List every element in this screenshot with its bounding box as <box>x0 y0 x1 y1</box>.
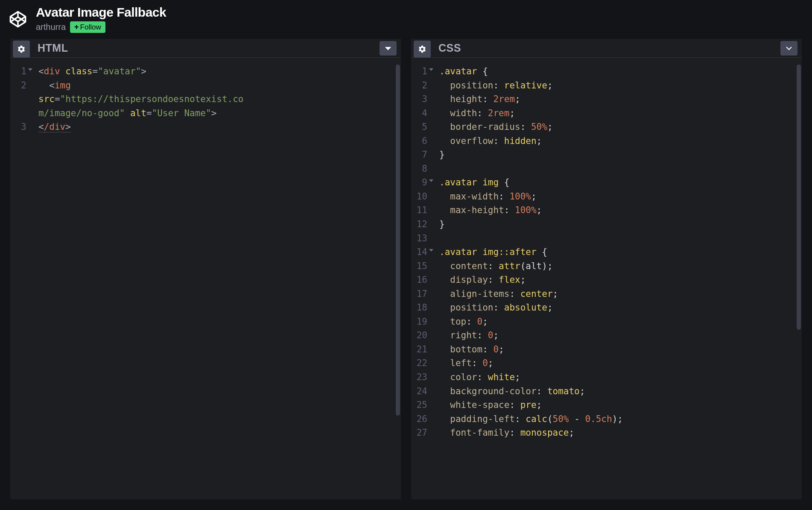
code-content[interactable]: width: 2rem; <box>433 106 515 120</box>
code-content[interactable]: overflow: hidden; <box>433 134 542 148</box>
fold-icon[interactable] <box>429 249 433 252</box>
line-number: 18 <box>411 301 433 315</box>
code-content[interactable]: font-family: monospace; <box>433 426 574 440</box>
code-content[interactable]: <img <box>32 79 76 93</box>
code-line[interactable]: 14.avatar img::after { <box>411 245 802 259</box>
code-content[interactable]: border-radius: 50%; <box>433 120 553 134</box>
code-line[interactable]: 12} <box>411 217 802 232</box>
code-line[interactable]: 1<div class="avatar"> <box>10 64 401 79</box>
code-line[interactable]: 15 content: attr(alt); <box>411 259 802 273</box>
code-content[interactable]: position: relative; <box>433 79 553 93</box>
code-line[interactable]: 17 align-items: center; <box>411 287 802 301</box>
code-line[interactable]: 2 <img <box>10 79 401 93</box>
code-line[interactable]: 10 max-width: 100%; <box>411 190 802 204</box>
code-content[interactable] <box>433 232 445 246</box>
html-scrollbar[interactable] <box>396 64 400 492</box>
code-line[interactable]: 3 height: 2rem; <box>411 92 802 106</box>
code-content[interactable]: } <box>433 217 445 232</box>
code-line[interactable]: 23 color: white; <box>411 370 802 384</box>
code-line[interactable]: 13 <box>411 232 802 246</box>
codepen-logo-icon[interactable] <box>8 9 28 29</box>
code-content[interactable]: white-space: pre; <box>433 398 542 412</box>
line-number <box>10 92 32 106</box>
code-content[interactable] <box>433 162 445 176</box>
code-line[interactable]: src="https://thispersondoesnotexist.co <box>10 92 401 106</box>
code-content[interactable]: content: attr(alt); <box>433 259 553 273</box>
line-number: 4 <box>411 106 433 120</box>
fold-icon[interactable] <box>429 68 433 71</box>
code-content[interactable]: .avatar { <box>433 64 488 79</box>
chevron-down-icon <box>385 46 391 50</box>
code-line[interactable]: 7} <box>411 148 802 162</box>
line-number: 5 <box>411 120 433 134</box>
code-content[interactable]: right: 0; <box>433 328 499 343</box>
line-number: 12 <box>411 217 433 232</box>
code-line[interactable]: 16 display: flex; <box>411 273 802 287</box>
code-content[interactable]: color: white; <box>433 370 520 384</box>
code-line[interactable]: 19 top: 0; <box>411 315 802 329</box>
code-line[interactable]: 27 font-family: monospace; <box>411 426 802 440</box>
code-content[interactable]: top: 0; <box>433 315 488 329</box>
code-line[interactable]: 25 white-space: pre; <box>411 398 802 412</box>
code-content[interactable]: <div class="avatar"> <box>32 64 146 79</box>
code-content[interactable]: .avatar img::after { <box>433 245 547 259</box>
html-editor[interactable]: 1<div class="avatar">2 <img src="https:/… <box>10 58 401 499</box>
code-content[interactable]: bottom: 0; <box>433 343 504 357</box>
code-content[interactable]: align-items: center; <box>433 287 558 301</box>
title-block: Avatar Image Fallback arthurra + Follow <box>36 5 166 33</box>
line-number: 17 <box>411 287 433 301</box>
code-line[interactable]: 11 max-height: 100%; <box>411 203 802 217</box>
html-panel-title: HTML <box>38 42 68 54</box>
line-number: 22 <box>411 356 433 370</box>
line-number <box>10 106 32 120</box>
code-content[interactable]: height: 2rem; <box>433 92 520 106</box>
follow-button[interactable]: + Follow <box>70 21 105 33</box>
code-line[interactable]: 20 right: 0; <box>411 328 802 343</box>
code-line[interactable]: 1.avatar { <box>411 64 802 79</box>
fold-icon[interactable] <box>429 179 433 182</box>
line-number: 1 <box>411 64 433 79</box>
html-panel-dropdown[interactable] <box>380 41 397 56</box>
code-line[interactable]: 3</div> <box>10 120 401 134</box>
code-content[interactable]: padding-left: calc(50% - 0.5ch); <box>433 412 623 426</box>
gear-icon <box>17 45 26 53</box>
code-line[interactable]: 24 background-color: tomato; <box>411 384 802 399</box>
css-settings-button[interactable] <box>414 41 431 58</box>
code-line[interactable]: 6 overflow: hidden; <box>411 134 802 148</box>
html-panel: HTML 1<div class="avatar">2 <img src="ht… <box>10 39 401 499</box>
css-scrollbar[interactable] <box>797 64 801 492</box>
code-content[interactable]: position: absolute; <box>433 301 553 315</box>
code-line[interactable]: 18 position: absolute; <box>411 301 802 315</box>
line-number: 2 <box>10 79 32 93</box>
css-panel-header: CSS <box>411 39 802 58</box>
code-line[interactable]: 5 border-radius: 50%; <box>411 120 802 134</box>
line-number: 2 <box>411 79 433 93</box>
html-settings-button[interactable] <box>13 41 30 58</box>
code-content[interactable]: m/image/no-good" alt="User Name"> <box>32 106 216 120</box>
css-panel-dropdown[interactable] <box>780 41 797 56</box>
code-content[interactable]: max-height: 100%; <box>433 203 542 217</box>
code-line[interactable]: 4 width: 2rem; <box>411 106 802 120</box>
code-content[interactable]: display: flex; <box>433 273 526 287</box>
code-content[interactable]: background-color: tomato; <box>433 384 585 399</box>
code-line[interactable]: 2 position: relative; <box>411 79 802 93</box>
code-content[interactable]: .avatar img { <box>433 176 509 190</box>
scrollbar-thumb[interactable] <box>396 64 400 416</box>
code-line[interactable]: 9.avatar img { <box>411 176 802 190</box>
author-link[interactable]: arthurra <box>36 22 66 32</box>
scrollbar-thumb[interactable] <box>797 64 801 330</box>
code-line[interactable]: 26 padding-left: calc(50% - 0.5ch); <box>411 412 802 426</box>
code-line[interactable]: 22 left: 0; <box>411 356 802 370</box>
code-line[interactable]: 21 bottom: 0; <box>411 343 802 357</box>
code-content[interactable]: left: 0; <box>433 356 493 370</box>
editor-panels: HTML 1<div class="avatar">2 <img src="ht… <box>0 39 812 510</box>
code-line[interactable]: 8 <box>411 162 802 176</box>
code-line[interactable]: m/image/no-good" alt="User Name"> <box>10 106 401 120</box>
code-content[interactable]: src="https://thispersondoesnotexist.co <box>32 92 243 106</box>
code-content[interactable]: </div> <box>32 120 71 134</box>
css-editor[interactable]: 1.avatar {2 position: relative;3 height:… <box>411 58 802 499</box>
code-content[interactable]: max-width: 100%; <box>433 190 537 204</box>
code-content[interactable]: } <box>433 148 445 162</box>
pen-title[interactable]: Avatar Image Fallback <box>36 5 166 20</box>
fold-icon[interactable] <box>28 68 32 71</box>
